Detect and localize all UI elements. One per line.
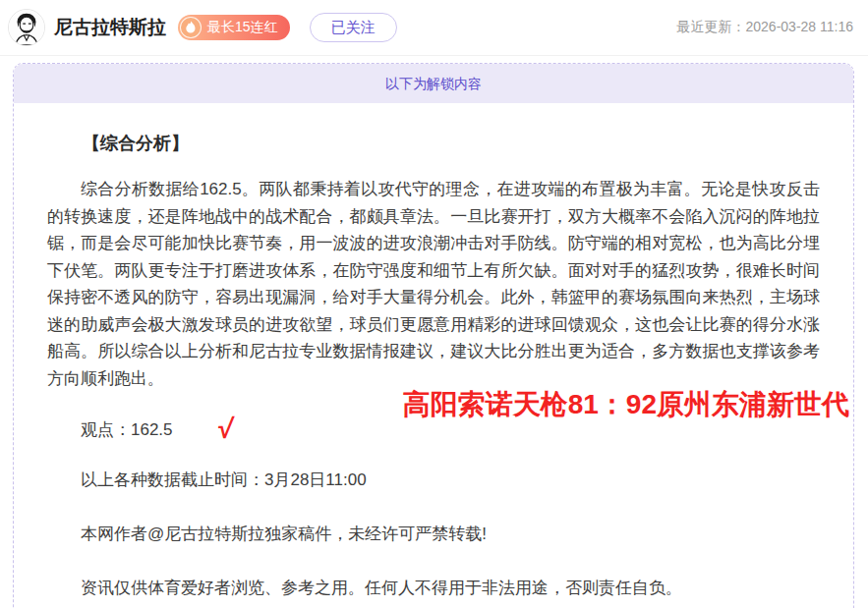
viewpoint-label: 观点： <box>81 420 131 439</box>
article-body: 【综合分析】 综合分析数据给162.5。两队都秉持着以攻代守的理念，在进攻端的布… <box>14 131 853 601</box>
data-cutoff-line: 以上各种数据截止时间：3月28日11:00 <box>47 467 820 493</box>
copyright-line: 本网作者@尼古拉特斯拉独家稿件，未经许可严禁转载! <box>47 521 820 547</box>
last-updated-label: 最近更新： <box>677 19 746 34</box>
result-row: 高阳索诺天枪81：92原州东浦新世代 观点：162.5√ <box>47 392 820 467</box>
section-title: 【综合分析】 <box>47 131 820 156</box>
author-avatar[interactable] <box>8 9 45 46</box>
last-updated: 最近更新：2026-03-28 11:16 <box>677 19 854 36</box>
streak-badge: 最长15连红 <box>178 15 290 40</box>
viewpoint-value: 162.5 <box>131 420 173 439</box>
streak-badge-label: 最长15连红 <box>207 19 278 36</box>
correct-checkmark-icon: √ <box>183 415 234 442</box>
author-name[interactable]: 尼古拉特斯拉 <box>54 15 166 40</box>
disclaimer-line: 资讯仅供体育爱好者浏览、参考之用。任何人不得用于非法用途，否则责任自负。 <box>47 575 820 601</box>
unlocked-content-card: 以下为解锁内容 【综合分析】 综合分析数据给162.5。两队都秉持着以攻代守的理… <box>13 63 854 608</box>
match-score: 高阳索诺天枪81：92原州东浦新世代 <box>403 386 849 423</box>
unlock-banner: 以下为解锁内容 <box>14 64 853 103</box>
viewpoint-line: 观点：162.5√ <box>47 415 233 443</box>
analysis-paragraph: 综合分析数据给162.5。两队都秉持着以攻代守的理念，在进攻端的布置极为丰富。无… <box>47 176 820 392</box>
follow-button[interactable]: 已关注 <box>310 13 397 42</box>
tesla-portrait-icon <box>9 10 44 45</box>
last-updated-time: 2026-03-28 11:16 <box>746 19 854 34</box>
flame-icon <box>180 17 202 38</box>
author-header: 尼古拉特斯拉 最长15连红 已关注 最近更新：2026-03-28 11:16 <box>0 0 868 56</box>
